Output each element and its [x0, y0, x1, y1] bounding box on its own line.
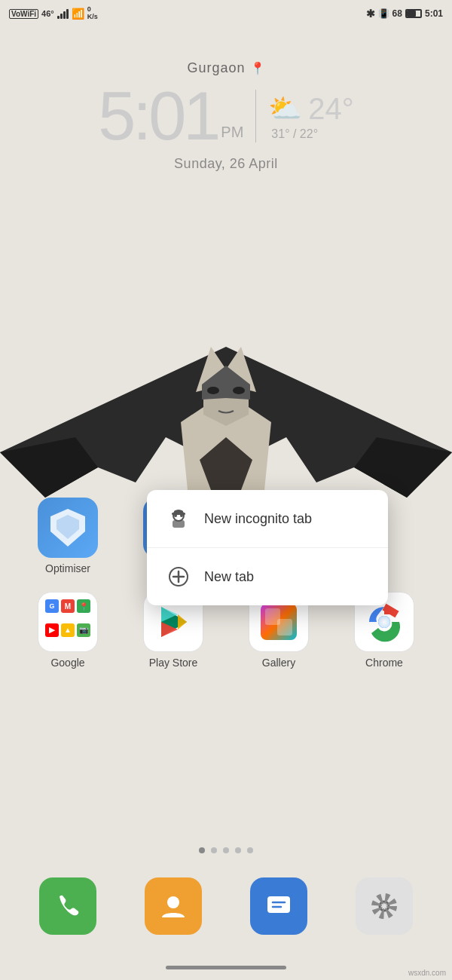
bar2 — [60, 14, 63, 19]
svg-rect-30 — [267, 896, 290, 913]
time-display: 5:01 — [98, 82, 218, 150]
chrome-label: Chrome — [365, 657, 403, 669]
bluetooth-icon: ✱ — [366, 8, 375, 20]
location-name: Gurgaon — [187, 60, 245, 76]
google-label: Google — [50, 657, 84, 669]
gallery-label: Gallery — [262, 657, 295, 669]
contacts-icon — [145, 877, 202, 935]
temp-main: 24° — [308, 92, 354, 126]
dock — [0, 877, 452, 935]
status-left: VoWiFi 46° 📶 0K/s — [9, 6, 98, 21]
page-dot-5 — [247, 847, 253, 853]
svg-point-0 — [207, 387, 219, 394]
home-indicator[interactable] — [166, 966, 286, 969]
weather-icon: ⛅ — [268, 93, 302, 124]
clock-widget: Gurgaon 📍 5:01 PM ⛅ 24° 31° / 22° Sunday… — [0, 60, 452, 172]
page-dot-1 — [199, 847, 205, 853]
temp-range: 31° / 22° — [271, 127, 318, 141]
dock-contacts[interactable] — [139, 877, 207, 935]
svg-point-29 — [167, 896, 179, 908]
newtab-label: New tab — [204, 569, 254, 585]
signal-strength: 46° — [41, 9, 54, 18]
weather-info: ⛅ 24° 31° / 22° — [268, 92, 354, 141]
bar4 — [66, 9, 69, 19]
dock-phone[interactable] — [34, 877, 102, 935]
playstore-label: Play Store — [149, 657, 198, 669]
dock-settings[interactable] — [350, 877, 418, 935]
svg-rect-21 — [173, 520, 185, 528]
vibrate-icon: 📳 — [378, 8, 389, 19]
bar3 — [63, 11, 66, 19]
incognito-icon — [165, 505, 192, 532]
messages-icon — [250, 877, 307, 935]
page-indicators — [0, 847, 452, 853]
optimiser-label: Optimiser — [45, 562, 90, 574]
time-weather-row: 5:01 PM ⛅ 24° 31° / 22° — [98, 82, 354, 150]
new-tab-item[interactable]: New tab — [147, 548, 388, 605]
bar1 — [57, 16, 60, 19]
context-menu: New incognito tab New tab — [147, 490, 388, 605]
page-dot-4 — [235, 847, 241, 853]
weather-top-row: ⛅ 24° — [268, 92, 354, 126]
status-bar: VoWiFi 46° 📶 0K/s ✱ 📳 68 5:01 — [0, 0, 452, 27]
clock-time: 5:01 — [425, 8, 443, 19]
volte-indicator: VoWiFi — [9, 9, 38, 19]
svg-marker-11 — [178, 614, 187, 629]
newtab-icon — [165, 563, 192, 590]
location-pin-icon: 📍 — [250, 61, 265, 75]
svg-point-19 — [378, 616, 390, 628]
app-google[interactable]: G M 📍 ▶ ▲ 📷 Google — [26, 592, 109, 669]
incognito-label: New incognito tab — [204, 511, 312, 527]
svg-point-1 — [233, 387, 245, 394]
wifi-icon: 📶 — [72, 8, 84, 20]
optimiser-icon — [38, 498, 98, 558]
svg-rect-15 — [277, 619, 292, 635]
incognito-tab-item[interactable]: New incognito tab — [147, 490, 388, 548]
app-optimiser[interactable]: Optimiser — [26, 498, 109, 574]
data-speed: 0K/s — [87, 6, 98, 21]
svg-rect-25 — [174, 510, 183, 513]
settings-icon — [356, 877, 413, 935]
battery-level: 68 — [392, 8, 402, 19]
time-group: 5:01 PM — [98, 82, 243, 150]
dock-messages[interactable] — [245, 877, 313, 935]
page-dot-3 — [223, 847, 229, 853]
time-period: PM — [221, 124, 243, 141]
time-weather-divider — [255, 90, 256, 142]
watermark: wsxdn.com — [408, 969, 446, 977]
date-display: Sunday, 26 April — [174, 156, 278, 172]
google-icon: G M 📍 ▶ ▲ 📷 — [38, 592, 98, 652]
page-dot-2 — [211, 847, 217, 853]
location-row: Gurgaon 📍 — [187, 60, 264, 76]
status-right: ✱ 📳 68 5:01 — [366, 8, 443, 20]
phone-icon — [39, 877, 96, 935]
signal-bars — [57, 8, 69, 19]
battery-icon — [405, 9, 422, 18]
